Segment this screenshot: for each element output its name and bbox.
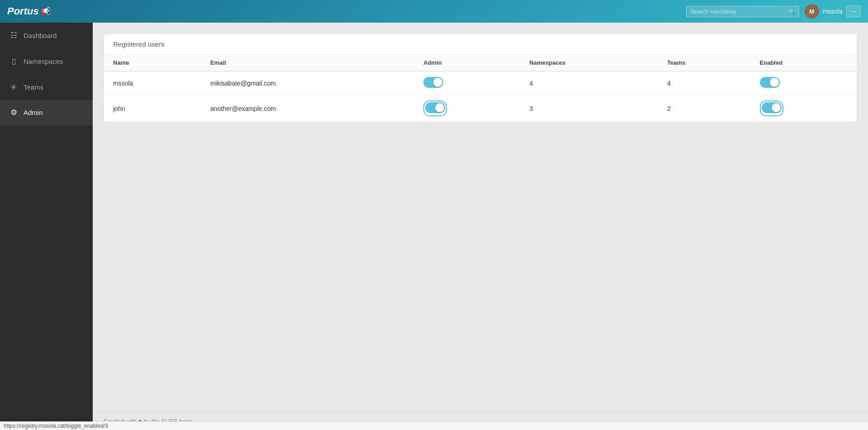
table-row: mssola mikisabate@gmail.com 4 4 xyxy=(104,71,857,95)
avatar: M xyxy=(805,4,819,19)
users-table: Name Email Admin Namespaces Teams Enable… xyxy=(104,55,857,122)
megaphone-icon: 📢 xyxy=(41,6,51,16)
user-namespaces: 3 xyxy=(521,95,658,122)
search-box: 🔍 xyxy=(686,6,799,17)
navbar: Portus 📢 🔍 M mssola → xyxy=(0,0,868,23)
sidebar-label-admin: Admin xyxy=(24,109,43,116)
status-url: https://registry.mssola.cat/toggle_enabl… xyxy=(4,423,108,429)
user-email: another@example.com xyxy=(201,95,414,122)
sidebar: ☷ Dashboard ▯ Namespaces ⚹ Teams ⚙ Admin xyxy=(0,23,93,430)
user-name: mssola xyxy=(104,71,201,95)
user-info: M mssola → xyxy=(805,4,861,19)
sidebar-label-dashboard: Dashboard xyxy=(24,32,57,39)
section-title: Registered users xyxy=(113,40,164,48)
user-teams: 4 xyxy=(658,71,750,95)
admin-icon: ⚙ xyxy=(9,108,18,117)
user-namespaces: 4 xyxy=(521,71,658,95)
signout-button[interactable]: → xyxy=(846,5,861,17)
sidebar-item-namespaces[interactable]: ▯ Namespaces xyxy=(0,48,93,74)
enabled-toggle-john[interactable] xyxy=(762,102,782,113)
col-name: Name xyxy=(104,55,201,71)
user-email: mikisabate@gmail.com xyxy=(201,71,414,95)
col-teams: Teams xyxy=(658,55,750,71)
admin-toggle-mssola[interactable] xyxy=(423,77,443,88)
col-enabled: Enabled xyxy=(751,55,857,71)
user-admin-toggle-cell xyxy=(414,71,520,95)
statusbar: https://registry.mssola.cat/toggle_enabl… xyxy=(0,421,868,430)
search-input[interactable] xyxy=(690,8,788,15)
namespaces-icon: ▯ xyxy=(9,57,18,66)
sidebar-item-teams[interactable]: ⚹ Teams xyxy=(0,74,93,100)
col-email: Email xyxy=(201,55,414,71)
admin-toggle-border-john xyxy=(423,100,447,116)
sidebar-item-dashboard[interactable]: ☷ Dashboard xyxy=(0,23,93,48)
enabled-toggle-mssola[interactable] xyxy=(760,77,780,88)
dashboard-icon: ☷ xyxy=(9,31,18,40)
card-header: Registered users xyxy=(104,34,857,55)
user-admin-toggle-cell xyxy=(414,95,520,122)
user-name: john xyxy=(104,95,201,122)
user-enabled-toggle-cell xyxy=(751,71,857,95)
sidebar-item-admin[interactable]: ⚙ Admin xyxy=(0,100,93,125)
col-namespaces: Namespaces xyxy=(521,55,658,71)
admin-toggle-john[interactable] xyxy=(425,102,445,113)
main-content: Registered users Name Email Admin Namesp… xyxy=(93,23,868,430)
user-teams: 2 xyxy=(658,95,750,122)
brand-logo[interactable]: Portus 📢 xyxy=(7,5,51,17)
table-header-row: Name Email Admin Namespaces Teams Enable… xyxy=(104,55,857,71)
username-label: mssola xyxy=(823,8,843,15)
navbar-right: 🔍 M mssola → xyxy=(686,4,861,19)
brand-name: Portus xyxy=(7,5,39,17)
table-row: john another@example.com 3 2 xyxy=(104,95,857,122)
users-card: Registered users Name Email Admin Namesp… xyxy=(104,33,857,122)
teams-icon: ⚹ xyxy=(9,82,18,91)
sidebar-label-teams: Teams xyxy=(24,83,43,91)
enabled-toggle-border-john xyxy=(760,100,783,116)
col-admin: Admin xyxy=(414,55,520,71)
user-enabled-toggle-cell xyxy=(751,95,857,122)
sidebar-label-namespaces: Namespaces xyxy=(24,57,63,65)
search-button[interactable]: 🔍 xyxy=(788,8,795,15)
